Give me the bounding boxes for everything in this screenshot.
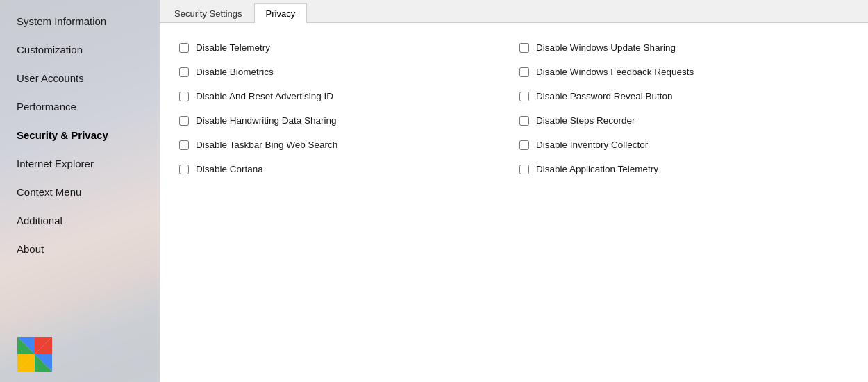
sidebar: System InformationCustomizationUser Acco…: [0, 0, 160, 382]
tab-bar: Security SettingsPrivacy: [160, 0, 868, 23]
logo-icon: [14, 333, 56, 375]
checkbox-row-disable-password-reveal: Disable Password Reveal Button: [514, 84, 854, 108]
checkbox-label-disable-taskbar-bing[interactable]: Disable Taskbar Bing Web Search: [196, 140, 337, 150]
main-content: Security SettingsPrivacy Disable Telemet…: [160, 0, 868, 382]
checkbox-disable-advertising-id[interactable]: [179, 92, 189, 101]
left-column: Disable TelemetryDisable BiometricsDisab…: [174, 35, 514, 181]
checkbox-label-disable-steps-recorder[interactable]: Disable Steps Recorder: [536, 115, 635, 126]
tab-security-settings[interactable]: Security Settings: [162, 3, 254, 23]
sidebar-item-customization[interactable]: Customization: [0, 35, 160, 64]
checkbox-label-disable-application-telemetry[interactable]: Disable Application Telemetry: [536, 164, 658, 174]
sidebar-item-about[interactable]: About: [0, 235, 160, 263]
checkbox-row-disable-inventory-collector: Disable Inventory Collector: [514, 133, 854, 157]
checkbox-disable-telemetry[interactable]: [179, 43, 189, 53]
checkbox-disable-windows-feedback[interactable]: [519, 67, 529, 77]
checkbox-label-disable-advertising-id[interactable]: Disable And Reset Advertising ID: [196, 91, 333, 101]
checkbox-row-disable-taskbar-bing: Disable Taskbar Bing Web Search: [174, 133, 514, 157]
checkbox-disable-application-telemetry[interactable]: [519, 165, 529, 174]
checkbox-label-disable-windows-update-sharing[interactable]: Disable Windows Update Sharing: [536, 42, 676, 53]
checkbox-row-disable-biometrics: Disable Biometrics: [174, 60, 514, 84]
checkbox-disable-biometrics[interactable]: [179, 67, 189, 77]
checkbox-disable-windows-update-sharing[interactable]: [519, 43, 529, 53]
sidebar-item-system-information[interactable]: System Information: [0, 7, 160, 35]
sidebar-nav: System InformationCustomizationUser Acco…: [0, 7, 160, 325]
checkbox-row-disable-telemetry: Disable Telemetry: [174, 35, 514, 60]
checkbox-row-disable-steps-recorder: Disable Steps Recorder: [514, 108, 854, 133]
checkbox-label-disable-cortana[interactable]: Disable Cortana: [196, 164, 263, 174]
checkbox-label-disable-windows-feedback[interactable]: Disable Windows Feedback Requests: [536, 67, 694, 77]
checkbox-row-disable-advertising-id: Disable And Reset Advertising ID: [174, 84, 514, 108]
checkbox-disable-inventory-collector[interactable]: [519, 140, 529, 150]
sidebar-item-additional[interactable]: Additional: [0, 206, 160, 235]
right-column: Disable Windows Update SharingDisable Wi…: [514, 35, 854, 181]
checkbox-disable-handwriting[interactable]: [179, 116, 189, 126]
checkbox-row-disable-cortana: Disable Cortana: [174, 157, 514, 181]
sidebar-item-context-menu[interactable]: Context Menu: [0, 178, 160, 206]
checkbox-label-disable-telemetry[interactable]: Disable Telemetry: [196, 42, 270, 53]
sidebar-item-user-accounts[interactable]: User Accounts: [0, 64, 160, 92]
checkbox-row-disable-windows-update-sharing: Disable Windows Update Sharing: [514, 35, 854, 60]
checkbox-disable-taskbar-bing[interactable]: [179, 140, 189, 150]
checkbox-label-disable-biometrics[interactable]: Disable Biometrics: [196, 67, 274, 77]
sidebar-item-performance[interactable]: Performance: [0, 92, 160, 121]
privacy-options-grid: Disable TelemetryDisable BiometricsDisab…: [174, 35, 854, 181]
checkbox-row-disable-application-telemetry: Disable Application Telemetry: [514, 157, 854, 181]
sidebar-item-security-privacy[interactable]: Security & Privacy: [0, 121, 160, 149]
checkbox-disable-cortana[interactable]: [179, 165, 189, 174]
checkbox-label-disable-inventory-collector[interactable]: Disable Inventory Collector: [536, 140, 648, 150]
sidebar-item-internet-explorer[interactable]: Internet Explorer: [0, 149, 160, 178]
checkbox-row-disable-windows-feedback: Disable Windows Feedback Requests: [514, 60, 854, 84]
content-panel: Disable TelemetryDisable BiometricsDisab…: [160, 23, 868, 382]
checkbox-label-disable-handwriting[interactable]: Disable Handwriting Data Sharing: [196, 115, 337, 126]
checkbox-disable-password-reveal[interactable]: [519, 92, 529, 101]
checkbox-row-disable-handwriting: Disable Handwriting Data Sharing: [174, 108, 514, 133]
app-logo: [0, 325, 160, 382]
checkbox-disable-steps-recorder[interactable]: [519, 116, 529, 126]
tab-privacy[interactable]: Privacy: [254, 3, 308, 23]
checkbox-label-disable-password-reveal[interactable]: Disable Password Reveal Button: [536, 91, 673, 101]
